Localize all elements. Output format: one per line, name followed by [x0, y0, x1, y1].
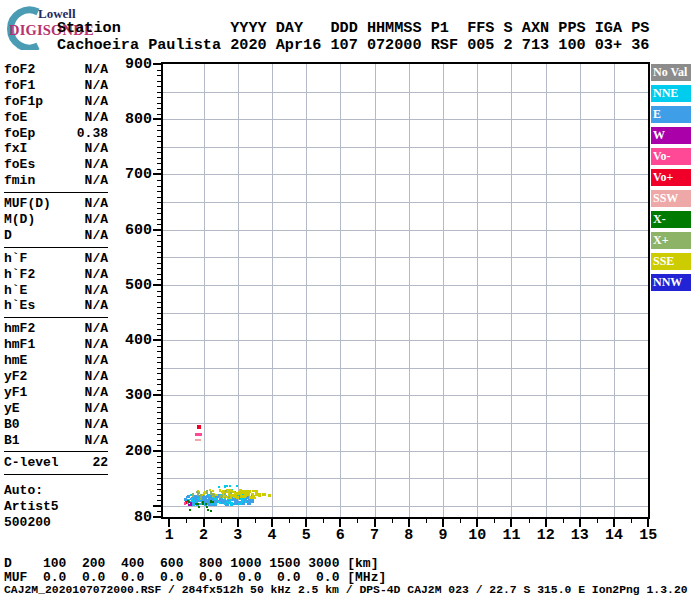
param-row-fmin: fminN/A: [4, 173, 108, 189]
gridline-horizontal: [163, 202, 648, 203]
param-label-b1: B1: [4, 433, 20, 449]
x-axis-label: 8: [397, 527, 421, 544]
echo-dot-nne: [212, 503, 214, 505]
x-minor-tick: [357, 519, 358, 523]
echo-dot-nne: [240, 503, 242, 505]
x-major-tick: [374, 519, 376, 527]
echo-dot-x: [228, 496, 230, 498]
param-label-foe: foE: [4, 110, 27, 126]
param-row-md: M(D)N/A: [4, 212, 108, 228]
echo-dot-sse: [242, 490, 245, 492]
echo-dot-nne: [215, 503, 217, 505]
param-value-foe: N/A: [85, 110, 108, 126]
param-label-clevel: C-level: [4, 455, 59, 471]
param-row-clevel: C-level22: [4, 455, 108, 471]
param-label-mufd: MUF(D): [4, 196, 51, 212]
y-axis-label: 400: [118, 332, 152, 349]
gridline-horizontal: [163, 147, 648, 148]
param-value-yf2: N/A: [85, 369, 108, 385]
gridline-horizontal: [163, 285, 648, 286]
echo-dot-x: [224, 493, 226, 495]
legend-item-w: W: [651, 127, 691, 144]
param-value-clevel: 22: [92, 455, 108, 471]
echo-dot-x: [213, 496, 215, 498]
echo-dot-sse: [236, 497, 239, 499]
echo-dot-x: [230, 492, 232, 494]
x-minor-tick: [255, 519, 256, 523]
digisonde-ionogram-viewer: Lowell DIGISONDE Station YYYY DAY DDD HH…: [0, 0, 700, 600]
echo-dot-x: [212, 501, 214, 503]
param-value-he: N/A: [85, 283, 108, 299]
x-major-tick: [203, 519, 205, 527]
status-line: CAJ2M_2020107072000.RSF / 284fx512h 50 k…: [4, 584, 688, 596]
param-label-hes: h`Es: [4, 298, 35, 314]
param-label-ye: yE: [4, 401, 20, 417]
parameter-group: Auto:Artist5500200: [4, 483, 108, 534]
parameter-group: h`FN/Ah`F2N/Ah`EN/Ah`EsN/A: [4, 251, 108, 319]
echo-point-vo: [197, 425, 201, 429]
echo-dot-nne: [224, 503, 226, 505]
legend-item-vo: Vo-: [651, 148, 691, 165]
echo-dot-x: [197, 503, 199, 505]
echo-dot-nne: [226, 485, 228, 487]
parameter-group: hmF2N/AhmF1N/AhmEN/AyF2N/AyF1N/AyEN/AB0N…: [4, 321, 108, 452]
param-value-hf2: N/A: [85, 267, 108, 283]
gridline-vertical: [580, 64, 581, 517]
echo-dot-sse: [212, 490, 214, 492]
param-label-auto: Auto:: [4, 483, 43, 499]
echo-dot-x: [210, 510, 212, 512]
x-major-tick: [408, 519, 410, 527]
echo-dot-nne: [193, 500, 195, 502]
gridline-vertical: [306, 64, 307, 517]
echo-direction-legend: No ValNNEEWVo-Vo+SSWX-X+SSENNW: [651, 64, 691, 295]
echo-dot-nne: [236, 485, 238, 487]
x-major-tick: [579, 519, 581, 527]
x-major-tick: [510, 519, 512, 527]
param-label-he: h`E: [4, 283, 27, 299]
echo-dot-x: [225, 490, 227, 492]
gridline-horizontal: [163, 119, 648, 120]
param-label-hmf2: hmF2: [4, 321, 35, 337]
gridline-horizontal: [163, 506, 648, 507]
echo-dot-w: [188, 504, 190, 506]
param-row-mufd: MUF(D)N/A: [4, 196, 108, 212]
x-major-tick: [168, 519, 170, 527]
legend-item-sse: SSE: [651, 253, 691, 270]
param-row-b1: B1N/A: [4, 433, 108, 449]
param-value-fof1p: N/A: [85, 94, 108, 110]
x-minor-tick: [597, 519, 598, 523]
x-minor-tick: [221, 519, 222, 523]
param-row-he: h`EN/A: [4, 283, 108, 299]
x-axis-label: 10: [465, 527, 489, 544]
x-axis-label: 1: [157, 527, 181, 544]
param-row-hf2: h`F2N/A: [4, 267, 108, 283]
param-label-hf2: h`F2: [4, 267, 35, 283]
echo-dot-x: [206, 506, 208, 508]
param-value-d: N/A: [85, 228, 108, 244]
legend-item-nne: NNE: [651, 85, 691, 102]
echo-dot-e: [234, 500, 237, 502]
x-minor-tick: [631, 519, 632, 523]
gridline-vertical: [409, 64, 410, 517]
ionogram-plot-area: [161, 62, 650, 519]
echo-dot-nne: [230, 499, 232, 501]
echo-dot-x: [220, 495, 222, 497]
y-axis-label: 80: [118, 509, 152, 526]
param-row-500200: 500200: [4, 515, 108, 531]
param-label-hmf1: hmF1: [4, 337, 35, 353]
echo-dot-nne: [245, 501, 247, 503]
param-row-fxi: fxIN/A: [4, 141, 108, 157]
param-value-hes: N/A: [85, 298, 108, 314]
echo-dot-x: [198, 506, 200, 508]
param-label-foes: foEs: [4, 157, 35, 173]
y-axis-label: 500: [118, 277, 152, 294]
x-axis-label: 11: [499, 527, 523, 544]
x-major-tick: [647, 519, 649, 527]
echo-dot-x: [200, 494, 202, 496]
param-row-fof1: foF1N/A: [4, 78, 108, 94]
param-label-fof1p: foF1p: [4, 94, 43, 110]
echo-dot-nne: [191, 498, 193, 500]
gridline-horizontal: [163, 313, 648, 314]
echo-dot-x: [206, 490, 208, 492]
parameter-panel: foF2N/AfoF1N/AfoF1pN/AfoEN/AfoEp0.38fxIN…: [4, 62, 108, 537]
